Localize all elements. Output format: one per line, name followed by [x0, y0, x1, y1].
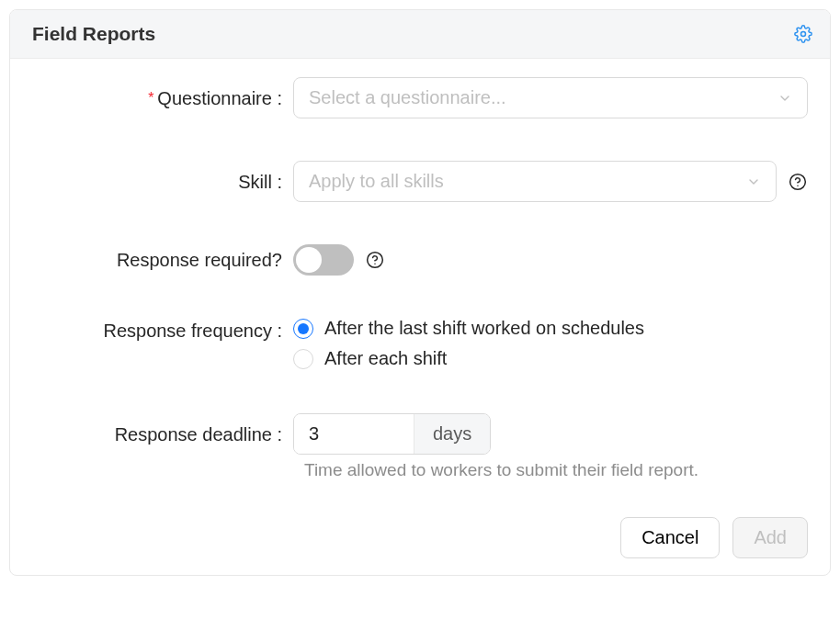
chevron-down-icon: [778, 91, 792, 106]
row-questionnaire: *Questionnaire : Select a questionnaire.…: [32, 77, 808, 118]
required-mark: *: [148, 90, 153, 106]
deadline-input-group: days: [293, 413, 491, 455]
radio-option-after-each-shift[interactable]: After each shift: [293, 348, 447, 369]
label-skill: Skill :: [32, 169, 293, 195]
row-skill: Skill : Apply to all skills: [32, 161, 808, 202]
radio-label: After the last shift worked on schedules: [324, 318, 644, 339]
response-required-toggle[interactable]: [293, 244, 354, 276]
help-icon[interactable]: [365, 250, 385, 270]
skill-select[interactable]: Apply to all skills: [293, 161, 777, 202]
questionnaire-placeholder: Select a questionnaire...: [309, 87, 506, 108]
gear-icon[interactable]: [793, 24, 813, 44]
label-text: Questionnaire :: [157, 88, 282, 108]
toggle-knob: [296, 247, 322, 273]
footer: Cancel Add: [32, 517, 808, 558]
radio-label: After each shift: [324, 348, 447, 369]
panel-body: *Questionnaire : Select a questionnaire.…: [10, 59, 830, 575]
cancel-button[interactable]: Cancel: [620, 517, 720, 558]
field-reports-panel: Field Reports *Questionnaire : Select a …: [9, 9, 831, 576]
label-questionnaire: *Questionnaire :: [32, 85, 293, 111]
label-response-required: Response required?: [32, 247, 293, 273]
row-response-deadline: Response deadline : days: [32, 413, 808, 455]
questionnaire-select[interactable]: Select a questionnaire...: [293, 77, 808, 118]
svg-point-0: [801, 32, 806, 37]
row-response-frequency: Response frequency : After the last shif…: [32, 318, 808, 369]
add-button[interactable]: Add: [732, 517, 808, 558]
chevron-down-icon: [746, 174, 761, 189]
skill-placeholder: Apply to all skills: [309, 171, 444, 192]
deadline-helptext: Time allowed to workers to submit their …: [304, 460, 808, 480]
radio-icon: [293, 319, 313, 339]
help-icon[interactable]: [788, 172, 808, 192]
label-response-frequency: Response frequency :: [32, 318, 293, 343]
radio-icon: [293, 349, 313, 369]
svg-point-1: [790, 174, 806, 189]
radio-option-after-last-shift[interactable]: After the last shift worked on schedules: [293, 318, 644, 339]
label-response-deadline: Response deadline :: [32, 422, 293, 447]
row-response-required: Response required?: [32, 244, 808, 276]
panel-title: Field Reports: [32, 23, 155, 45]
deadline-unit: days: [414, 414, 490, 454]
deadline-input[interactable]: [294, 414, 414, 454]
svg-point-3: [368, 253, 383, 268]
panel-header: Field Reports: [10, 10, 830, 59]
